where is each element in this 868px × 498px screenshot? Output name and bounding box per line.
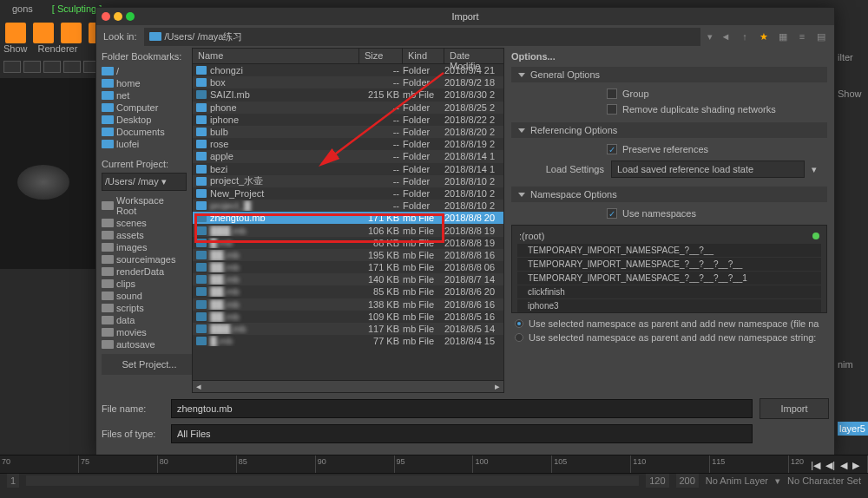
chevron-down-icon[interactable]: ▾ (707, 31, 713, 43)
char-set-select[interactable]: No Character Set (787, 475, 861, 486)
shelf-icon[interactable] (61, 23, 82, 43)
file-row[interactable]: ███.mb117 KBmb File2018/8/5 14 (193, 323, 503, 335)
scroll-left-icon[interactable]: ◂ (196, 381, 201, 392)
bookmark-item[interactable]: Documents (102, 126, 187, 138)
play-start-icon[interactable]: |◀ (811, 460, 820, 471)
file-row[interactable]: ██.mb195 KBmb File2018/8/8 16 (193, 249, 503, 261)
right-panel-layer[interactable]: layer5 (838, 422, 868, 436)
project-select[interactable]: /Users/ /may ▾ (102, 173, 187, 191)
timeline-end[interactable]: 120 (646, 474, 668, 488)
section-referencing[interactable]: Referencing Options (511, 122, 827, 138)
back-icon[interactable]: ◄ (720, 30, 732, 43)
file-row[interactable]: rose--Folder2018/8/19 2 (193, 138, 503, 150)
viewport-icon[interactable] (23, 61, 41, 73)
file-row[interactable]: chongzi--Folder2018/9/4 21 (193, 64, 503, 76)
lookin-path[interactable]: /Users/ /maya练习 (144, 28, 700, 46)
project-folder-item[interactable]: data (102, 314, 187, 326)
viewport-icon[interactable] (43, 61, 61, 73)
col-kind[interactable]: Kind (403, 49, 444, 63)
chevron-down-icon[interactable]: ▾ (812, 164, 817, 175)
file-row[interactable]: bezi--Folder2018/8/14 1 (193, 163, 503, 175)
project-folder-item[interactable]: scripts (102, 302, 187, 314)
minimize-icon[interactable] (114, 12, 122, 21)
col-name[interactable]: Name (193, 49, 359, 63)
namespace-radio-2[interactable] (515, 333, 523, 342)
menu-show[interactable]: Show (3, 43, 28, 54)
files-of-type-select[interactable]: All Files (171, 424, 753, 443)
remove-duplicates-checkbox[interactable] (607, 104, 617, 115)
file-row[interactable]: SAIZI.mb215 KBmb File2018/8/30 2 (193, 88, 503, 101)
bookmark-item[interactable]: home (102, 77, 187, 89)
viewport-icon[interactable] (3, 61, 21, 73)
project-folder-item[interactable]: sourceimages (102, 253, 187, 265)
project-folder-item[interactable]: autosave (102, 338, 187, 351)
file-row[interactable]: █.mb88 KBmb File2018/8/8 19 (193, 237, 503, 249)
project-folder-item[interactable]: scenes (102, 217, 187, 229)
project-folder-item[interactable]: assets (102, 229, 187, 241)
file-row[interactable]: zhengtou.mb171 KBmb File2018/8/8 20 (193, 212, 503, 224)
project-folder-item[interactable]: sound (102, 290, 187, 302)
project-folder-item[interactable]: images (102, 241, 187, 253)
close-icon[interactable] (102, 12, 110, 21)
bookmark-item[interactable]: net (102, 89, 187, 102)
file-row[interactable]: ██.mb138 KBmb File2018/8/6 16 (193, 298, 503, 311)
timeline-start[interactable]: 1 (7, 474, 19, 488)
shelf-icon[interactable] (5, 23, 26, 43)
namespace-item[interactable]: TEMPORARY_IMPORT_NAMESPACE_?__?__?__?__1 (517, 272, 821, 285)
namespace-item[interactable]: iphone3 (517, 299, 821, 312)
file-row[interactable]: █.mb77 KBmb File2018/8/4 15 (193, 335, 503, 347)
col-date[interactable]: Date Modifie (444, 49, 502, 63)
right-panel-show[interactable]: Show (838, 88, 868, 99)
namespace-item[interactable]: TEMPORARY_IMPORT_NAMESPACE_?__?__?__?__ (517, 258, 821, 271)
namespace-item[interactable]: clickfinish (517, 285, 821, 298)
maximize-icon[interactable] (126, 12, 135, 21)
new-folder-icon[interactable]: ▦ (777, 30, 789, 43)
set-project-button[interactable]: Set Project... (102, 354, 192, 375)
play-prev-icon[interactable]: ◀| (825, 460, 835, 471)
timeline-max[interactable]: 200 (676, 474, 699, 488)
use-namespaces-checkbox[interactable] (607, 208, 617, 219)
anim-layer-select[interactable]: No Anim Layer (706, 475, 768, 486)
file-row[interactable]: phone--Folder2018/8/25 2 (193, 102, 503, 114)
shelf-icon[interactable] (33, 23, 54, 43)
bookmark-item[interactable]: luofei (102, 138, 187, 150)
project-folder-item[interactable]: movies (102, 326, 187, 338)
file-row[interactable]: box--Folder2018/9/2 18 (193, 76, 503, 88)
file-row[interactable]: New_Project--Folder2018/8/10 2 (193, 187, 503, 200)
file-row[interactable]: project_█--Folder2018/8/10 2 (193, 200, 503, 212)
group-checkbox[interactable] (607, 88, 617, 99)
up-icon[interactable]: ↑ (739, 30, 751, 43)
file-row[interactable]: apple--Folder2018/8/14 1 (193, 150, 503, 162)
namespace-item[interactable]: TEMPORARY_IMPORT_NAMESPACE_?__?__ (517, 244, 821, 257)
file-row[interactable]: ██.mb140 KBmb File2018/8/7 14 (193, 273, 503, 285)
preserve-refs-checkbox[interactable] (607, 144, 617, 154)
bookmark-item[interactable]: / (102, 65, 187, 77)
project-folder-item[interactable]: renderData (102, 265, 187, 278)
menu-renderer[interactable]: Renderer (38, 43, 78, 54)
detail-view-icon[interactable]: ▤ (815, 30, 827, 43)
timeline-track[interactable] (26, 475, 639, 486)
viewport[interactable] (0, 78, 95, 269)
namespace-list[interactable]: :(root) TEMPORARY_IMPORT_NAMESPACE_?__?_… (511, 225, 827, 313)
project-folder-item[interactable]: Workspace Root (102, 194, 187, 217)
play-fwd-icon[interactable]: ▶ (852, 460, 859, 471)
file-row[interactable]: iphone--Folder2018/8/22 2 (193, 114, 503, 126)
load-settings-select[interactable]: Load saved reference load state (611, 161, 805, 178)
section-general[interactable]: General Options (511, 67, 827, 82)
play-back-icon[interactable]: ◀ (840, 460, 847, 471)
file-row[interactable]: ███.mb106 KBmb File2018/8/8 19 (193, 224, 503, 236)
bookmark-icon[interactable]: ★ (758, 30, 770, 43)
file-row[interactable]: bulb--Folder2018/8/20 2 (193, 126, 503, 138)
import-button[interactable]: Import (760, 398, 829, 419)
list-view-icon[interactable]: ≡ (796, 30, 808, 43)
scroll-right-icon[interactable]: ▸ (495, 381, 500, 392)
bookmark-item[interactable]: Desktop (102, 114, 187, 126)
project-folder-item[interactable]: clips (102, 278, 187, 290)
bookmark-item[interactable]: Computer (102, 102, 187, 114)
file-row[interactable]: ██.mb109 KBmb File2018/8/5 16 (193, 311, 503, 323)
bg-tab[interactable]: gons (7, 2, 38, 16)
file-name-input[interactable]: zhengtou.mb (171, 399, 753, 418)
timeline[interactable]: 707580859095100105110115120 1 120 200 No… (0, 455, 868, 498)
file-row[interactable]: project_水壶--Folder2018/8/10 2 (193, 175, 503, 187)
namespace-radio-1[interactable] (515, 319, 523, 328)
